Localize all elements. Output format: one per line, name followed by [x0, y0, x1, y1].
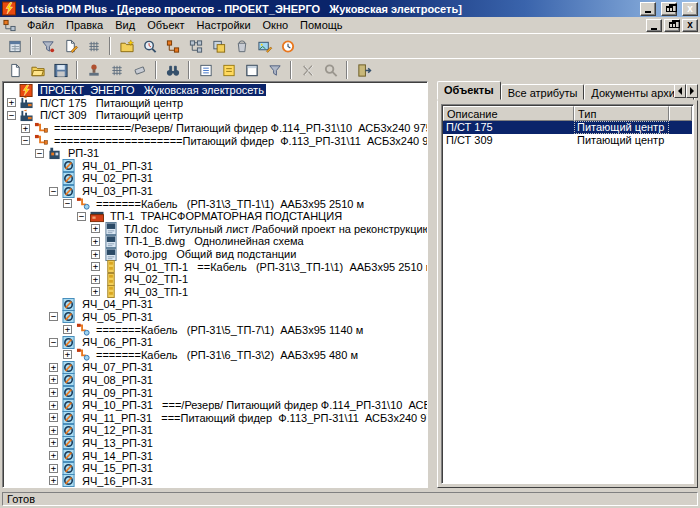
- minimize-button[interactable]: [640, 2, 656, 16]
- tree-item-label[interactable]: ЯЧ_01_РП-31: [80, 160, 155, 172]
- tree-item-label[interactable]: ЯЧ_01_ТП-1 ==Кабель (РП-31\3_ТП-1\1) ААБ…: [122, 261, 428, 273]
- object-copy-button[interactable]: [207, 36, 230, 56]
- menu-item-4[interactable]: Объект: [141, 18, 190, 32]
- tree-item-label[interactable]: =======Кабель (РП-31\5_ТП-7\1) ААБ3х95 1…: [94, 324, 365, 336]
- close-button[interactable]: x: [682, 2, 698, 16]
- tree-item-label[interactable]: Фото.jpg Общий вид подстанции: [122, 248, 298, 260]
- tree-item-label[interactable]: ЯЧ_14_РП-31: [80, 450, 155, 462]
- tree-row[interactable]: +============/Резерв/ Питающий фидер Ф.1…: [4, 122, 427, 135]
- tree-row[interactable]: −ЯЧ_06_РП-31: [4, 336, 427, 349]
- expand-icon[interactable]: +: [91, 287, 100, 296]
- tree-row[interactable]: +ЯЧ_11_РП-31 ===Питающий фидер Ф.113_РП-…: [4, 411, 427, 424]
- table-cell[interactable]: Питающий центр: [574, 121, 669, 134]
- tree-row[interactable]: +ТЛ.doc Титульный лист /Рабочий проект н…: [4, 223, 427, 236]
- collapse-icon[interactable]: −: [21, 136, 30, 145]
- cut-disabled-button[interactable]: [296, 60, 319, 80]
- tree-item-label[interactable]: ============/Резерв/ Питающий фидер Ф.11…: [52, 122, 428, 134]
- tree-row[interactable]: +ЯЧ_12_РП-31: [4, 424, 427, 437]
- tree-row[interactable]: ЯЧ_04_РП-31: [4, 298, 427, 311]
- tree-item-label[interactable]: =======Кабель (РП-31\3_ТП-1\1) ААБ3х95 2…: [94, 198, 366, 210]
- tree-item-label[interactable]: ЯЧ_10_РП-31 ===/Резерв/ Питающий фидер Ф…: [80, 399, 428, 411]
- tab-scroll-right-button[interactable]: [686, 84, 698, 98]
- expand-icon[interactable]: +: [21, 124, 30, 133]
- tree-row[interactable]: ЯЧ_01_РП-31: [4, 160, 427, 173]
- expand-icon[interactable]: +: [49, 363, 58, 372]
- tree-item-label[interactable]: ЯЧ_03_ТП-1: [122, 286, 190, 298]
- tree-row[interactable]: +ЯЧ_10_РП-31 ===/Резерв/ Питающий фидер …: [4, 399, 427, 412]
- tree-row[interactable]: +Фото.jpg Общий вид подстанции: [4, 248, 427, 261]
- tree-row[interactable]: +ЯЧ_13_РП-31: [4, 437, 427, 450]
- view-form-button[interactable]: [240, 60, 263, 80]
- table-settings-button[interactable]: [3, 36, 26, 56]
- tree-item-label[interactable]: ЯЧ_07_РП-31: [80, 361, 155, 373]
- tree-row[interactable]: −====================Питающий фидер Ф.11…: [4, 134, 427, 147]
- attach-bucket-button[interactable]: [230, 36, 253, 56]
- menu-item-2[interactable]: Правка: [60, 18, 109, 32]
- grid-button[interactable]: [105, 60, 128, 80]
- grid-button[interactable]: [82, 36, 105, 56]
- expand-icon[interactable]: +: [49, 451, 58, 460]
- tree-row[interactable]: ЯЧ_02_РП-31: [4, 172, 427, 185]
- filter-funnel-button[interactable]: [263, 60, 286, 80]
- tree-item-label[interactable]: ЯЧ_02_РП-31: [80, 172, 155, 184]
- tree-row[interactable]: −ЯЧ_03_РП-31: [4, 185, 427, 198]
- view-list-button[interactable]: [194, 60, 217, 80]
- tree-row[interactable]: −ТП-1 ТРАНСФОРМАТОРНАЯ ПОДСТАНЦИЯ: [4, 210, 427, 223]
- collapse-icon[interactable]: −: [49, 338, 58, 347]
- expand-icon[interactable]: +: [91, 237, 100, 246]
- new-folder-button[interactable]: [115, 36, 138, 56]
- tree-row[interactable]: +ЯЧ_15_РП-31: [4, 462, 427, 475]
- tree-item-label[interactable]: ЯЧ_08_РП-31: [80, 374, 155, 386]
- tree-row[interactable]: +ЯЧ_07_РП-31: [4, 361, 427, 374]
- find-disabled-button[interactable]: [319, 60, 342, 80]
- collapse-icon[interactable]: −: [49, 312, 58, 321]
- expand-icon[interactable]: +: [91, 224, 100, 233]
- tree-item-label[interactable]: ЯЧ_11_РП-31 ===Питающий фидер Ф.113_РП-3…: [80, 412, 428, 424]
- tree-item-label[interactable]: ЯЧ_03_РП-31: [80, 185, 155, 197]
- expand-icon[interactable]: +: [49, 438, 58, 447]
- stamp-button[interactable]: [82, 60, 105, 80]
- column-header-2[interactable]: Тип: [574, 106, 669, 121]
- tab-2[interactable]: Все атрибуты: [501, 84, 585, 100]
- search-history-button[interactable]: [138, 36, 161, 56]
- filter-report-button[interactable]: [36, 36, 59, 56]
- collapse-icon[interactable]: −: [63, 199, 72, 208]
- tree-item-label[interactable]: ЯЧ_09_РП-31: [80, 387, 155, 399]
- tree-item-label[interactable]: ЯЧ_12_РП-31: [80, 424, 155, 436]
- object-tree-button[interactable]: [184, 36, 207, 56]
- tree-item-label[interactable]: РП-31: [66, 147, 101, 159]
- tree-row[interactable]: +ЯЧ_09_РП-31: [4, 386, 427, 399]
- tree-row[interactable]: +ЯЧ_08_РП-31: [4, 374, 427, 387]
- tree-item-label[interactable]: ЯЧ_13_РП-31: [80, 437, 155, 449]
- document-edit-button[interactable]: [59, 36, 82, 56]
- expand-icon[interactable]: +: [49, 375, 58, 384]
- collapse-icon[interactable]: −: [35, 149, 44, 158]
- tree-item-label[interactable]: ЯЧ_04_РП-31: [80, 298, 155, 310]
- tree-row[interactable]: −РП-31: [4, 147, 427, 160]
- restore-button[interactable]: [661, 2, 677, 16]
- tree-row[interactable]: +=======Кабель (РП-31\6_ТП-3\2) ААБ3х95 …: [4, 348, 427, 361]
- view-note-button[interactable]: [217, 60, 240, 80]
- tree-item-label[interactable]: ТП-1_В.dwg Однолинейная схема: [122, 235, 306, 247]
- tree-row[interactable]: +ЯЧ_03_ТП-1: [4, 286, 427, 299]
- tree-item-label[interactable]: ЯЧ_05_РП-31: [80, 311, 155, 323]
- expand-icon[interactable]: +: [49, 388, 58, 397]
- new-document-button[interactable]: [3, 60, 26, 80]
- find-binoculars-button[interactable]: [161, 60, 184, 80]
- tree-item-label[interactable]: ====================Питающий фидер Ф.113…: [52, 135, 428, 147]
- tree-item-label[interactable]: П/СТ 175 Питающий центр: [38, 97, 185, 109]
- tree-row[interactable]: −=======Кабель (РП-31\3_ТП-1\1) ААБ3х95 …: [4, 197, 427, 210]
- table-cell[interactable]: П/СТ 309: [443, 134, 574, 147]
- mdi-restore-button[interactable]: [664, 19, 680, 32]
- tree-row[interactable]: +ЯЧ_01_ТП-1 ==Кабель (РП-31\3_ТП-1\1) АА…: [4, 260, 427, 273]
- table-row[interactable]: П/СТ 175Питающий центр: [443, 121, 692, 134]
- tree-row[interactable]: ПРОЕКТ_ЭНЕРГО Жуковская электросеть: [4, 84, 427, 97]
- menu-item-5[interactable]: Настройки: [191, 18, 257, 32]
- table-cell[interactable]: П/СТ 175: [443, 121, 574, 134]
- panel-splitter[interactable]: [428, 81, 437, 488]
- tree-row[interactable]: +=======Кабель (РП-31\5_ТП-7\1) ААБ3х95 …: [4, 323, 427, 336]
- expand-icon[interactable]: +: [49, 464, 58, 473]
- menu-item-1[interactable]: Файл: [21, 18, 60, 32]
- expand-icon[interactable]: +: [91, 262, 100, 271]
- column-header-1[interactable]: Описание: [443, 106, 574, 121]
